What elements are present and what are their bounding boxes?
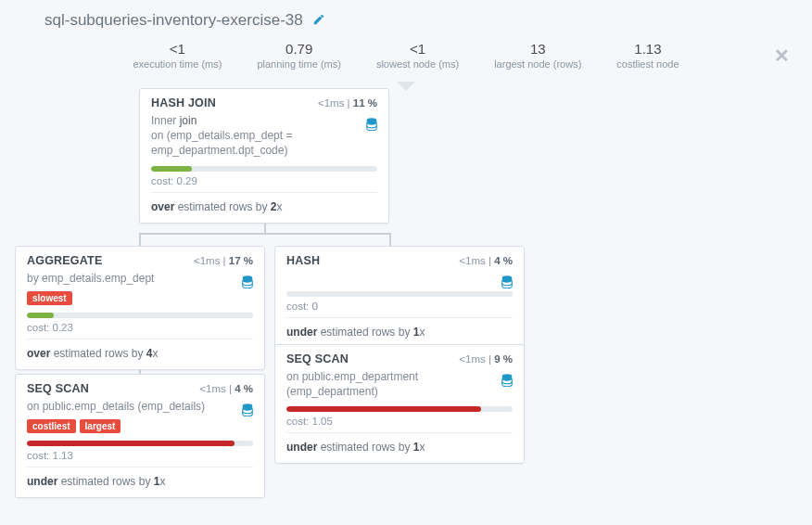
node-hash-join[interactable]: HASH JOIN <1ms | 11 % Inner join on (emp… xyxy=(139,88,389,224)
database-icon xyxy=(501,371,513,388)
database-icon xyxy=(501,273,513,289)
database-icon xyxy=(366,115,377,132)
estimate-line: under estimated rows by 1x xyxy=(286,326,513,339)
estimate-line: under estimated rows by 1x xyxy=(27,475,253,488)
node-seq-scan-emp-details[interactable]: SEQ SCAN <1ms | 4 % on public.emp_detail… xyxy=(15,374,265,498)
node-op-label: HASH JOIN xyxy=(151,96,216,109)
edit-icon[interactable] xyxy=(312,13,325,29)
badges: costliest largest xyxy=(27,419,253,433)
node-op-label: SEQ SCAN xyxy=(286,352,349,365)
node-timing: <1ms | 4 % xyxy=(459,255,513,266)
cost-label: cost: 0.23 xyxy=(27,322,253,339)
node-timing: <1ms | 4 % xyxy=(199,383,253,394)
cost-label: cost: 0.29 xyxy=(151,175,377,193)
estimate-line: over estimated rows by 4x xyxy=(27,347,253,360)
badges: slowest xyxy=(27,291,253,305)
node-timing: <1ms | 17 % xyxy=(194,255,253,266)
node-desc xyxy=(286,271,513,284)
stats-bar: <1 execution time (ms) 0.79 planning tim… xyxy=(0,35,812,79)
cost-label: cost: 1.13 xyxy=(27,450,253,467)
cost-bar xyxy=(286,406,513,412)
close-icon[interactable]: ✕ xyxy=(774,45,790,67)
cost-label: cost: 0 xyxy=(286,301,513,318)
connector xyxy=(389,233,391,246)
cost-bar xyxy=(151,166,377,172)
stat-largest-node: 13 largest node (rows) xyxy=(494,41,581,70)
stat-execution-time: <1 execution time (ms) xyxy=(133,41,222,70)
page-title: sql-subqueries-inventory-exercise-38 xyxy=(44,11,303,30)
estimate-line: under estimated rows by 1x xyxy=(286,441,513,454)
connector xyxy=(139,233,389,235)
node-op-label: AGGREGATE xyxy=(27,254,102,267)
badge-largest: largest xyxy=(80,419,121,433)
node-aggregate[interactable]: AGGREGATE <1ms | 17 % by emp_details.emp… xyxy=(15,246,265,370)
connector xyxy=(139,233,141,246)
node-timing: <1ms | 11 % xyxy=(318,97,377,109)
estimate-line: over estimated rows by 2x xyxy=(151,200,377,213)
badge-slowest: slowest xyxy=(27,291,72,305)
cost-bar xyxy=(27,313,253,318)
title-bar: sql-subqueries-inventory-exercise-38 xyxy=(0,0,812,35)
plan-canvas: HASH JOIN <1ms | 11 % Inner join on (emp… xyxy=(0,79,812,515)
node-desc: on public.emp_details (emp_details) xyxy=(27,399,253,414)
node-seq-scan-emp-department[interactable]: SEQ SCAN <1ms | 9 % on public.emp_depart… xyxy=(274,344,525,464)
node-timing: <1ms | 9 % xyxy=(459,353,513,365)
stat-costliest-node: 1.13 costliest node xyxy=(616,41,679,70)
node-op-label: SEQ SCAN xyxy=(27,382,89,395)
cost-bar xyxy=(27,441,253,446)
stat-slowest-node: <1 slowest node (ms) xyxy=(376,41,459,70)
database-icon xyxy=(242,401,253,417)
node-hash[interactable]: HASH <1ms | 4 % cost: 0 under estimated … xyxy=(274,246,525,349)
node-op-label: HASH xyxy=(286,254,320,267)
node-desc: Inner join on (emp_details.emp_dept = em… xyxy=(151,113,377,159)
stat-planning-time: 0.79 planning time (ms) xyxy=(257,41,340,70)
cost-bar xyxy=(286,291,513,297)
cost-label: cost: 1.05 xyxy=(286,416,513,433)
node-desc: by emp_details.emp_dept xyxy=(27,271,253,286)
badge-costliest: costliest xyxy=(27,419,76,433)
database-icon xyxy=(242,273,253,289)
node-desc: on public.emp_department (emp_department… xyxy=(286,369,513,399)
